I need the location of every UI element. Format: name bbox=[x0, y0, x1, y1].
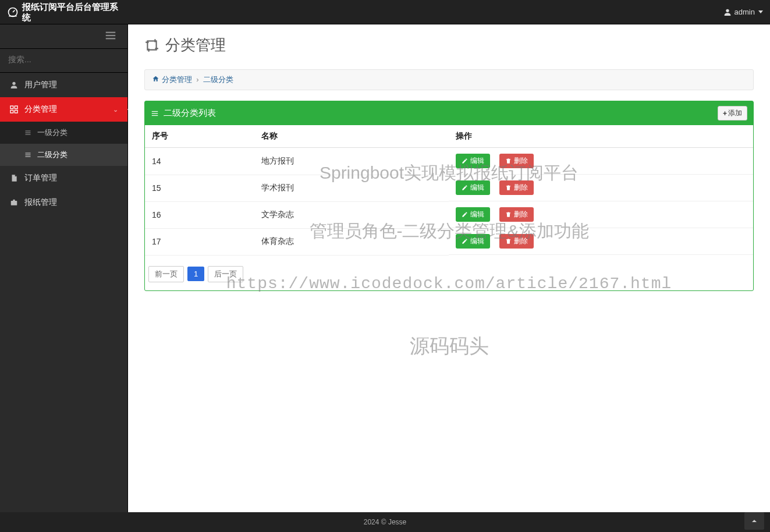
edit-button[interactable]: 编辑 bbox=[456, 234, 490, 249]
sidebar: 用户管理 分类管理 ⌄ 一级分类 bbox=[0, 24, 128, 512]
svg-rect-2 bbox=[106, 32, 116, 33]
cell-id: 17 bbox=[145, 228, 254, 255]
breadcrumb-current: 二级分类 bbox=[203, 75, 233, 84]
cell-ops: 编辑删除 bbox=[449, 175, 753, 201]
cell-id: 16 bbox=[145, 201, 254, 228]
edit-icon bbox=[462, 185, 468, 191]
svg-rect-19 bbox=[152, 113, 158, 114]
sidebar-item-label: 用户管理 bbox=[24, 80, 57, 90]
breadcrumb-sep: › bbox=[196, 75, 198, 84]
cell-id: 14 bbox=[145, 148, 254, 175]
edit-icon bbox=[462, 211, 468, 218]
list-icon bbox=[23, 128, 33, 137]
col-name: 名称 bbox=[254, 125, 449, 148]
edit-label: 编辑 bbox=[470, 156, 484, 166]
edit-label: 编辑 bbox=[470, 183, 484, 193]
footer: 2024 © Jesse bbox=[0, 512, 770, 532]
edit-label: 编辑 bbox=[470, 236, 484, 246]
add-button[interactable]: + 添加 bbox=[718, 106, 747, 120]
search-input[interactable] bbox=[8, 55, 119, 64]
table-row: 14地方报刊编辑删除 bbox=[145, 148, 753, 175]
panel-header: 二级分类列表 + 添加 bbox=[145, 101, 753, 125]
table-row: 15学术报刊编辑删除 bbox=[145, 175, 753, 201]
sidebar-nav: 用户管理 分类管理 ⌄ 一级分类 bbox=[0, 73, 127, 215]
sidebar-item-label: 报纸管理 bbox=[24, 197, 57, 208]
category-table: 序号 名称 操作 14地方报刊编辑删除15学术报刊编辑删除16文学杂志编辑删除1… bbox=[145, 125, 753, 256]
sidebar-item-cat1[interactable]: 一级分类 bbox=[0, 122, 127, 144]
page-title-text: 分类管理 bbox=[165, 35, 226, 55]
breadcrumb: 分类管理 › 二级分类 bbox=[144, 69, 754, 90]
table-row: 17体育杂志编辑删除 bbox=[145, 228, 753, 255]
briefcase-icon bbox=[9, 198, 19, 207]
svg-rect-6 bbox=[10, 106, 13, 109]
trash-icon bbox=[505, 238, 512, 244]
cell-ops: 编辑删除 bbox=[449, 148, 753, 175]
page-title: 分类管理 bbox=[144, 35, 754, 55]
home-icon bbox=[152, 75, 159, 83]
pager-next[interactable]: 后一页 bbox=[208, 266, 243, 282]
watermark-site: 源码码头 bbox=[128, 333, 770, 360]
svg-rect-10 bbox=[26, 131, 31, 132]
sidebar-item-label: 分类管理 bbox=[24, 104, 57, 115]
dashboard-icon bbox=[7, 6, 19, 18]
brand-text: 报纸订阅平台后台管理系统 bbox=[22, 2, 123, 23]
grid-icon bbox=[9, 105, 19, 114]
chevron-down-icon: ⌄ bbox=[113, 106, 118, 114]
pager-page-1[interactable]: 1 bbox=[187, 267, 204, 281]
svg-rect-7 bbox=[15, 106, 17, 109]
sidebar-item-users[interactable]: 用户管理 bbox=[0, 73, 127, 97]
sidebar-item-papers[interactable]: 报纸管理 bbox=[0, 190, 127, 215]
svg-rect-15 bbox=[26, 157, 31, 157]
svg-rect-18 bbox=[152, 111, 158, 111]
trash-icon bbox=[505, 185, 512, 191]
cell-ops: 编辑删除 bbox=[449, 228, 753, 255]
delete-button[interactable]: 删除 bbox=[499, 234, 534, 249]
hamburger-icon[interactable] bbox=[104, 29, 117, 44]
panel: 二级分类列表 + 添加 序号 名称 操作 14地方报刊编辑删除15学术报刊编辑删… bbox=[144, 101, 754, 291]
edit-button[interactable]: 编辑 bbox=[456, 154, 490, 168]
user-icon bbox=[723, 8, 732, 17]
col-ops: 操作 bbox=[449, 125, 753, 148]
edit-label: 编辑 bbox=[470, 210, 484, 219]
svg-rect-12 bbox=[26, 134, 31, 135]
sidebar-item-category[interactable]: 分类管理 ⌄ bbox=[0, 97, 127, 122]
cell-name: 学术报刊 bbox=[254, 175, 449, 201]
svg-rect-16 bbox=[11, 201, 17, 205]
breadcrumb-root[interactable]: 分类管理 bbox=[162, 75, 192, 84]
cell-name: 文学杂志 bbox=[254, 201, 449, 228]
user-menu[interactable]: admin bbox=[723, 8, 763, 17]
delete-button[interactable]: 删除 bbox=[499, 207, 534, 222]
main: 分类管理 分类管理 › 二级分类 二级分类列表 + 添加 序号 bbox=[128, 24, 770, 512]
brand: 报纸订阅平台后台管理系统 bbox=[7, 2, 123, 23]
delete-button[interactable]: 删除 bbox=[499, 154, 534, 168]
user-icon bbox=[9, 80, 19, 90]
col-id: 序号 bbox=[145, 125, 254, 148]
table-header-row: 序号 名称 操作 bbox=[145, 125, 753, 148]
svg-rect-13 bbox=[26, 153, 31, 154]
cell-name: 体育杂志 bbox=[254, 228, 449, 255]
svg-rect-8 bbox=[10, 110, 13, 113]
user-name: admin bbox=[734, 8, 755, 16]
crop-icon bbox=[144, 38, 159, 53]
svg-point-1 bbox=[726, 9, 729, 12]
edit-button[interactable]: 编辑 bbox=[456, 180, 490, 195]
panel-title: 二级分类列表 bbox=[164, 108, 216, 119]
add-button-label: 添加 bbox=[728, 108, 742, 118]
chevron-up-icon bbox=[750, 516, 759, 526]
edit-button[interactable]: 编辑 bbox=[456, 207, 490, 222]
scroll-top-button[interactable] bbox=[744, 512, 764, 530]
pager-prev[interactable]: 前一页 bbox=[148, 266, 184, 282]
sidebar-item-label: 二级分类 bbox=[37, 150, 68, 160]
sidebar-item-label: 一级分类 bbox=[37, 127, 68, 138]
delete-label: 删除 bbox=[514, 156, 528, 166]
delete-label: 删除 bbox=[514, 236, 528, 246]
sidebar-item-orders[interactable]: 订单管理 bbox=[0, 166, 127, 190]
svg-rect-20 bbox=[152, 115, 158, 115]
svg-rect-17 bbox=[147, 41, 156, 49]
sidebar-search bbox=[0, 49, 127, 73]
sidebar-item-cat2[interactable]: 二级分类 bbox=[0, 144, 127, 166]
delete-button[interactable]: 删除 bbox=[499, 180, 534, 195]
edit-icon bbox=[462, 158, 468, 164]
svg-rect-9 bbox=[15, 110, 17, 113]
sidebar-item-label: 订单管理 bbox=[24, 173, 57, 183]
